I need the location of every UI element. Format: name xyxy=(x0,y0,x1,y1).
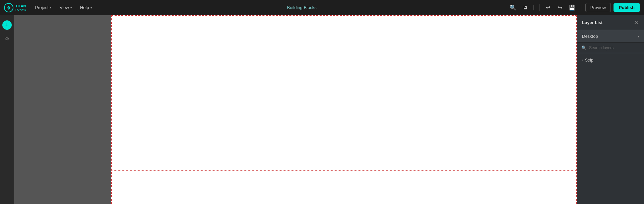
layer-panel-title: Layer List xyxy=(582,20,602,25)
canvas-left-bg xyxy=(14,15,111,204)
project-menu[interactable]: Project ▾ xyxy=(32,0,55,15)
top-nav: TITAN FORMS Project ▾ View ▾ Help ▾ Buil… xyxy=(0,0,644,15)
layer-item-strip[interactable]: › Strip xyxy=(577,56,644,65)
dropdown-chevron-icon: ▾ xyxy=(638,34,639,38)
publish-button[interactable]: Publish xyxy=(614,3,640,12)
layer-view-dropdown[interactable]: Desktop ▾ xyxy=(577,30,644,43)
project-chevron-icon: ▾ xyxy=(50,6,52,9)
canvas-frame[interactable] xyxy=(111,15,577,204)
search-layers-icon: 🔍 xyxy=(581,45,586,50)
gear-icon: ⚙ xyxy=(5,35,9,42)
layer-panel-header: Layer List ✕ xyxy=(577,15,644,30)
logo-icon xyxy=(4,3,13,12)
layer-panel: Layer List ✕ Desktop ▾ 🔍 › Strip xyxy=(577,15,644,204)
search-layers-input[interactable] xyxy=(589,45,640,50)
monitor-icon: 🖥 xyxy=(522,5,528,11)
nav-divider-2 xyxy=(581,4,581,11)
save-button[interactable]: 💾 xyxy=(568,3,577,12)
app-logo[interactable]: TITAN FORMS xyxy=(4,3,26,12)
redo-icon: ↪ xyxy=(558,4,562,11)
close-layer-panel-button[interactable]: ✕ xyxy=(633,19,639,26)
view-menu[interactable]: View ▾ xyxy=(56,0,75,15)
search-icon: 🔍 xyxy=(510,4,516,11)
canvas-area xyxy=(14,15,577,204)
help-menu[interactable]: Help ▾ xyxy=(77,0,95,15)
left-sidebar: + ⚙ xyxy=(0,15,14,204)
undo-icon: ↩ xyxy=(546,4,550,11)
add-block-button[interactable]: + xyxy=(2,20,12,30)
nav-divider xyxy=(539,4,539,11)
search-button[interactable]: 🔍 xyxy=(508,3,518,12)
view-chevron-icon: ▾ xyxy=(70,6,72,9)
device-divider: | xyxy=(532,5,535,11)
plus-icon: + xyxy=(5,22,9,28)
save-icon: 💾 xyxy=(569,4,576,11)
redo-button[interactable]: ↪ xyxy=(556,3,565,12)
page-title: Building Blocks xyxy=(97,5,507,10)
layer-item-chevron-icon: › xyxy=(582,59,583,62)
logo-text: TITAN FORMS xyxy=(15,4,26,11)
preview-button[interactable]: Preview xyxy=(585,3,611,12)
help-chevron-icon: ▾ xyxy=(90,6,92,9)
topnav-right: 🔍 🖥 | ↩ ↪ 💾 Preview Publish xyxy=(508,3,640,12)
undo-button[interactable]: ↩ xyxy=(543,3,553,12)
canvas-bottom-border xyxy=(111,170,577,171)
layer-search-container: 🔍 xyxy=(577,43,644,53)
layer-list: › Strip xyxy=(577,53,644,204)
main-layout: + ⚙ Layer List ✕ Desktop ▾ 🔍 › Strip xyxy=(0,15,644,204)
device-preview-button[interactable]: 🖥 xyxy=(520,3,530,12)
settings-button[interactable]: ⚙ xyxy=(2,34,12,43)
